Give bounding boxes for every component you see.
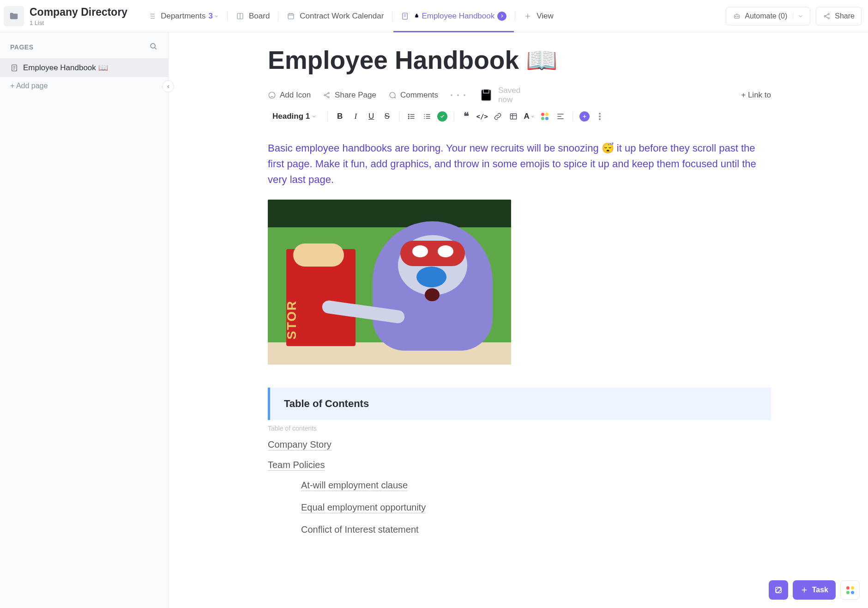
apps-button[interactable]: [840, 580, 860, 600]
page-item-label: Employee Handbook 📖: [23, 63, 108, 73]
add-page-button[interactable]: + Add page: [0, 77, 168, 95]
doc: Employee Handbook 📖 Add Icon Share Page …: [268, 45, 771, 546]
toc-subitem[interactable]: Conflict of Interest statement: [301, 524, 419, 535]
search-icon[interactable]: [149, 42, 158, 53]
add-icon-label: Add Icon: [280, 91, 311, 100]
plus-icon: [524, 12, 532, 20]
pages-header: PAGES: [0, 32, 168, 58]
more-formatting-button[interactable]: [594, 111, 605, 122]
toc-subitem[interactable]: At-will employment clause: [301, 480, 408, 491]
svg-point-12: [269, 92, 275, 98]
calendar-icon: [287, 12, 295, 20]
link-button[interactable]: [492, 111, 503, 122]
tab-employee-handbook[interactable]: Employee Handbook: [393, 0, 514, 32]
document-icon: [10, 64, 18, 72]
formatting-toolbar: Heading 1 B I U S ❝ </> A: [268, 111, 771, 122]
svg-rect-4: [735, 15, 740, 18]
embedded-image[interactable]: [268, 200, 511, 365]
workspace-title: Company Directory: [30, 6, 127, 18]
toc-item[interactable]: Company Story: [268, 439, 332, 450]
tab-count: 3: [209, 12, 213, 21]
share-icon: [823, 12, 831, 20]
main: Employee Handbook 📖 Add Icon Share Page …: [169, 32, 868, 608]
svg-rect-20: [511, 114, 517, 119]
automate-button[interactable]: Automate (0): [726, 7, 810, 25]
tab-label: Contract Work Calendar: [300, 12, 384, 21]
topbar-actions: Automate (0) Share: [726, 7, 862, 25]
sidebar-page-item[interactable]: Employee Handbook 📖: [0, 58, 168, 77]
automate-label: Automate: [745, 12, 776, 20]
svg-point-14: [328, 92, 329, 94]
heading-label: Heading 1: [272, 112, 310, 121]
divider: [392, 11, 392, 21]
save-status-label: Saved now: [498, 86, 520, 104]
svg-rect-1: [288, 13, 294, 18]
heading-select[interactable]: Heading 1: [268, 112, 321, 121]
doc-title[interactable]: Employee Handbook 📖: [268, 45, 771, 75]
title-block: Company Directory 1 List: [30, 6, 127, 26]
italic-button[interactable]: I: [350, 111, 361, 122]
code-block-button[interactable]: </>: [476, 111, 488, 122]
checklist-button[interactable]: [437, 111, 447, 122]
doc-icon: [401, 12, 409, 20]
tab-departments[interactable]: Departments 3: [140, 0, 226, 32]
workspace-subtitle: 1 List: [30, 19, 127, 26]
bold-button[interactable]: B: [334, 111, 345, 122]
caret-down-icon: [213, 12, 219, 21]
comments-button[interactable]: Comments: [388, 91, 438, 100]
tab-label: Employee Handbook: [422, 12, 494, 21]
view-tabs: Departments 3 Board Contract Work Calend…: [140, 0, 726, 32]
more-options-button[interactable]: [450, 94, 466, 96]
text-color-button[interactable]: A: [524, 111, 535, 122]
svg-point-15: [328, 97, 329, 98]
intro-paragraph[interactable]: Basic employee handbooks are boring. You…: [268, 140, 771, 188]
link-to-button[interactable]: + Link to: [741, 91, 771, 100]
list-icon: [148, 12, 156, 20]
blockquote-button[interactable]: ❝: [461, 111, 472, 122]
numbered-list-button[interactable]: [422, 111, 433, 122]
toc-sublabel: Table of contents: [268, 425, 771, 432]
add-icon-button[interactable]: Add Icon: [268, 91, 311, 100]
comments-label: Comments: [400, 91, 438, 100]
divider: [515, 11, 515, 21]
svg-point-17: [409, 114, 410, 115]
task-label: Task: [812, 586, 828, 594]
app-blocks-button[interactable]: [539, 111, 550, 122]
folder-icon[interactable]: [4, 6, 24, 26]
tab-contract-calendar[interactable]: Contract Work Calendar: [279, 0, 391, 32]
caret-down-icon[interactable]: [793, 13, 803, 19]
svg-point-7: [824, 15, 826, 17]
svg-point-10: [151, 43, 155, 48]
svg-point-8: [828, 13, 830, 15]
share-page-label: Share Page: [335, 91, 376, 100]
align-button[interactable]: [555, 111, 566, 122]
floating-actions: Task: [769, 580, 860, 600]
collapse-sidebar-button[interactable]: [162, 80, 174, 92]
divider: [278, 11, 278, 21]
lock-icon: [414, 12, 422, 21]
tab-add-view[interactable]: View: [516, 0, 561, 32]
toc-callout: Table of Contents: [268, 388, 771, 420]
new-note-button[interactable]: [769, 580, 788, 600]
toc-item[interactable]: Team Policies: [268, 460, 325, 471]
insert-button[interactable]: [579, 111, 590, 122]
robot-icon: [733, 12, 741, 20]
share-button[interactable]: Share: [816, 7, 862, 25]
topbar: Company Directory 1 List Departments 3 B…: [0, 0, 868, 32]
bullet-list-button[interactable]: [406, 111, 417, 122]
toc-subitem[interactable]: Equal employment opportunity: [301, 502, 426, 513]
body: PAGES Employee Handbook 📖 + Add page Emp…: [0, 32, 868, 608]
tab-board[interactable]: Board: [229, 0, 277, 32]
share-page-button[interactable]: Share Page: [323, 91, 376, 100]
tab-label: View: [536, 12, 554, 21]
strikethrough-button[interactable]: S: [381, 111, 392, 122]
underline-button[interactable]: U: [366, 111, 377, 122]
svg-point-5: [735, 16, 736, 17]
tab-label: Board: [249, 12, 270, 21]
pages-label: PAGES: [10, 43, 33, 51]
divider: [227, 11, 228, 21]
new-task-button[interactable]: Task: [793, 580, 836, 600]
svg-point-6: [738, 16, 739, 17]
table-button[interactable]: [508, 111, 519, 122]
svg-point-9: [828, 18, 830, 19]
